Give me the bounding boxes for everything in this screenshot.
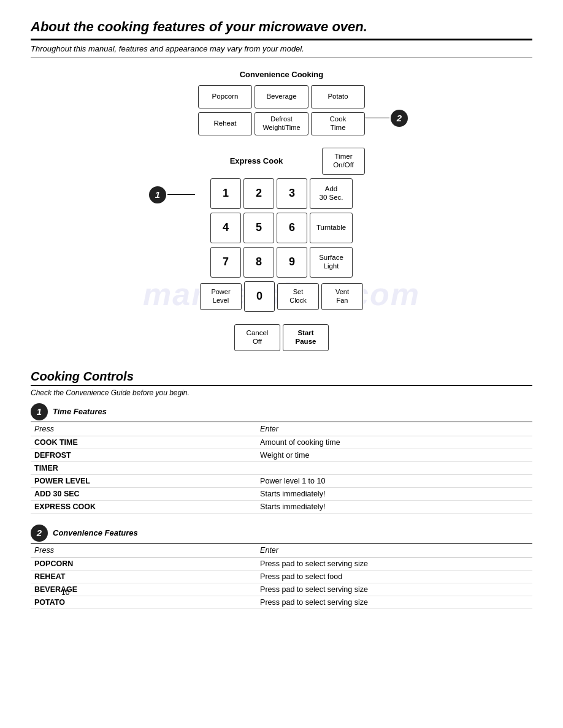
conv-col-enter: Enter [256,544,532,558]
page-number: 10 [61,588,69,597]
cancel-button[interactable]: CancelOff [234,324,280,351]
num7-button[interactable]: 7 [210,247,241,278]
callout-2-line [365,118,389,118]
press-cell: DEFROST [31,449,256,461]
popcorn-button[interactable]: Popcorn [198,85,252,108]
table-row: POTATOPress pad to select serving size [31,596,532,609]
control-panel-wrapper: 1 2 Convenience Cooking Popcorn Beverage… [31,70,532,351]
table-row: EXPRESS COOKStarts immediately! [31,500,532,513]
page-title: About the cooking features of your micro… [31,18,532,36]
numpad-row-2: 4 5 6 Turntable [210,213,353,243]
time-features-table: Press Enter COOK TIMEAmount of cooking t… [31,422,532,514]
enter-cell [256,461,532,474]
press-cell: COOK TIME [31,436,256,449]
cooking-controls-section: Cooking Controls Check the Convenience G… [31,370,532,609]
time-col-enter: Enter [256,422,532,436]
num5-button[interactable]: 5 [243,213,274,243]
convenience-row-2: Reheat DefrostWeight/Time CookTime [198,112,365,135]
convenience-features-header: 2 Convenience Features [31,525,532,542]
num3-button[interactable]: 3 [277,178,307,209]
action-row: CancelOff StartPause [234,324,329,351]
num9-button[interactable]: 9 [277,247,307,278]
title-divider [31,39,532,40]
table-row: BEVERAGEPress pad to select serving size [31,583,532,596]
press-cell: POTATO [31,596,256,609]
enter-cell: Starts immediately! [256,500,532,513]
table-row: ADD 30 SECStarts immediately! [31,487,532,500]
subtitle-divider [31,57,532,58]
num8-button[interactable]: 8 [243,247,274,278]
enter-cell: Press pad to select food [256,570,532,583]
time-col-press: Press [31,422,256,436]
table-row: COOK TIMEAmount of cooking time [31,436,532,449]
callout-1-circle: 1 [149,186,166,203]
num0-button[interactable]: 0 [244,281,275,312]
numpad-row-3: 7 8 9 SurfaceLight [210,247,353,278]
press-cell: ADD 30 SEC [31,487,256,500]
table-row: TIMER [31,461,532,474]
enter-cell: Press pad to select serving size [256,583,532,596]
defrost-button[interactable]: DefrostWeight/Time [255,112,308,135]
vent-fan-button[interactable]: VentFan [321,283,363,310]
control-panel: Convenience Cooking Popcorn Beverage Pot… [198,70,365,351]
press-cell: TIMER [31,461,256,474]
express-cook-row: Express Cook TimerOn/Off [198,148,365,175]
numpad-row-4: PowerLevel 0 SetClock VentFan [200,281,363,312]
potato-button[interactable]: Potato [311,85,365,108]
convenience-features-table: Press Enter POPCORNPress pad to select s… [31,544,532,609]
callout-2-circle: 2 [391,110,408,127]
table-row: POPCORNPress pad to select serving size [31,557,532,570]
beverage-button[interactable]: Beverage [255,85,308,108]
convenience-features-block: 2 Convenience Features Press Enter POPCO… [31,525,532,609]
press-cell: REHEAT [31,570,256,583]
numpad-row-1: 1 2 3 Add30 Sec. [210,178,353,209]
subtitle: Throughout this manual, features and app… [31,44,532,53]
table-row: REHEATPress pad to select food [31,570,532,583]
set-clock-button[interactable]: SetClock [277,283,319,310]
cooking-controls-title: Cooking Controls [31,370,532,384]
timer-on-off-button[interactable]: TimerOn/Off [322,148,365,175]
convenience-cooking-label: Convenience Cooking [240,70,324,79]
conv-col-press: Press [31,544,256,558]
surface-light-button[interactable]: SurfaceLight [310,247,353,278]
add30-button[interactable]: Add30 Sec. [310,178,353,209]
time-features-header: 1 Time Features [31,403,532,420]
num1-button[interactable]: 1 [210,178,241,209]
table-row: DEFROSTWeight or time [31,449,532,461]
express-cook-label: Express Cook [198,156,315,165]
time-features-callout: 1 [31,403,48,420]
enter-cell: Starts immediately! [256,487,532,500]
enter-cell: Amount of cooking time [256,436,532,449]
convenience-row-1: Popcorn Beverage Potato [198,85,365,108]
turntable-button[interactable]: Turntable [310,213,353,243]
cooking-controls-rule [31,385,532,386]
enter-cell: Press pad to select serving size [256,557,532,570]
press-cell: POPCORN [31,557,256,570]
convenience-features-title: Convenience Features [53,528,138,537]
enter-cell: Weight or time [256,449,532,461]
num6-button[interactable]: 6 [277,213,307,243]
num2-button[interactable]: 2 [243,178,274,209]
cooking-controls-subtitle: Check the Convenience Guide before you b… [31,389,532,397]
enter-cell: Power level 1 to 10 [256,474,532,487]
enter-cell: Press pad to select serving size [256,596,532,609]
start-button[interactable]: StartPause [283,324,329,351]
reheat-button[interactable]: Reheat [198,112,252,135]
press-cell: POWER LEVEL [31,474,256,487]
callout-1-line [167,194,195,195]
num4-button[interactable]: 4 [210,213,241,243]
time-features-block: 1 Time Features Press Enter COOK TIMEAmo… [31,403,532,514]
convenience-features-callout: 2 [31,525,48,542]
table-row: POWER LEVELPower level 1 to 10 [31,474,532,487]
cook-time-button[interactable]: CookTime [311,112,365,135]
press-cell: EXPRESS COOK [31,500,256,513]
power-level-button[interactable]: PowerLevel [200,283,242,310]
time-features-title: Time Features [53,407,107,416]
